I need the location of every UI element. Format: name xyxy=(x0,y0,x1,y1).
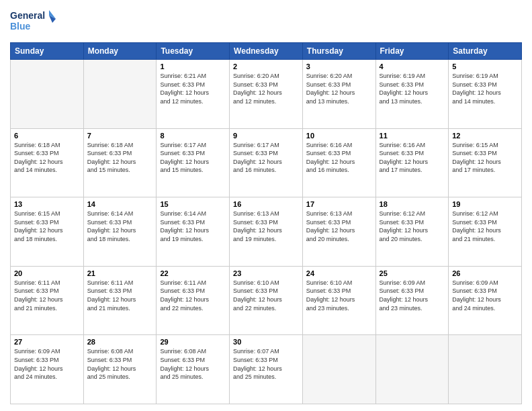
day-info: Sunrise: 6:15 AM Sunset: 6:33 PM Dayligh… xyxy=(452,141,518,175)
day-number: 9 xyxy=(233,132,299,140)
day-number: 5 xyxy=(452,62,518,71)
calendar-cell: 5Sunrise: 6:19 AM Sunset: 6:33 PM Daylig… xyxy=(449,60,522,129)
calendar-cell: 14Sunrise: 6:14 AM Sunset: 6:33 PM Dayli… xyxy=(83,197,157,267)
weekday-header-sunday: Sunday xyxy=(11,43,84,60)
day-number: 27 xyxy=(14,338,80,346)
day-info: Sunrise: 6:11 AM Sunset: 6:33 PM Dayligh… xyxy=(87,279,153,312)
weekday-header-tuesday: Tuesday xyxy=(157,43,230,60)
calendar-cell: 10Sunrise: 6:16 AM Sunset: 6:33 PM Dayli… xyxy=(302,128,375,197)
day-info: Sunrise: 6:11 AM Sunset: 6:33 PM Dayligh… xyxy=(14,279,80,312)
weekday-header-row: SundayMondayTuesdayWednesdayThursdayFrid… xyxy=(11,43,522,60)
calendar-cell xyxy=(11,60,84,129)
weekday-header-monday: Monday xyxy=(83,43,157,60)
calendar-cell: 4Sunrise: 6:19 AM Sunset: 6:33 PM Daylig… xyxy=(375,60,449,129)
day-number: 20 xyxy=(14,269,80,277)
day-info: Sunrise: 6:20 AM Sunset: 6:33 PM Dayligh… xyxy=(306,72,372,105)
day-number: 11 xyxy=(380,132,445,140)
day-number: 21 xyxy=(87,269,153,277)
day-number: 16 xyxy=(233,200,299,208)
day-number: 13 xyxy=(14,200,80,208)
calendar-cell: 30Sunrise: 6:07 AM Sunset: 6:33 PM Dayli… xyxy=(230,335,303,404)
calendar-cell: 26Sunrise: 6:09 AM Sunset: 6:33 PM Dayli… xyxy=(449,266,522,335)
day-number: 12 xyxy=(452,132,518,140)
calendar-cell: 18Sunrise: 6:12 AM Sunset: 6:33 PM Dayli… xyxy=(375,197,449,267)
day-info: Sunrise: 6:18 AM Sunset: 6:33 PM Dayligh… xyxy=(87,141,153,175)
day-number: 4 xyxy=(380,62,445,71)
weekday-header-thursday: Thursday xyxy=(302,43,375,60)
calendar-table: SundayMondayTuesdayWednesdayThursdayFrid… xyxy=(10,42,522,404)
logo: General Blue xyxy=(10,7,57,37)
week-row-3: 13Sunrise: 6:15 AM Sunset: 6:33 PM Dayli… xyxy=(11,197,522,267)
day-number: 19 xyxy=(452,200,518,208)
day-number: 10 xyxy=(306,132,372,140)
day-info: Sunrise: 6:17 AM Sunset: 6:33 PM Dayligh… xyxy=(233,141,299,175)
day-number: 1 xyxy=(160,62,226,71)
day-info: Sunrise: 6:09 AM Sunset: 6:33 PM Dayligh… xyxy=(14,347,80,381)
calendar-cell: 25Sunrise: 6:09 AM Sunset: 6:33 PM Dayli… xyxy=(375,266,449,335)
day-number: 28 xyxy=(87,338,153,346)
day-info: Sunrise: 6:08 AM Sunset: 6:33 PM Dayligh… xyxy=(87,347,153,381)
calendar-cell: 8Sunrise: 6:17 AM Sunset: 6:33 PM Daylig… xyxy=(157,128,230,197)
day-info: Sunrise: 6:16 AM Sunset: 6:33 PM Dayligh… xyxy=(306,141,372,175)
calendar-cell xyxy=(302,335,375,404)
calendar-cell: 1Sunrise: 6:21 AM Sunset: 6:33 PM Daylig… xyxy=(157,60,230,129)
day-info: Sunrise: 6:12 AM Sunset: 6:33 PM Dayligh… xyxy=(380,210,445,243)
day-info: Sunrise: 6:19 AM Sunset: 6:33 PM Dayligh… xyxy=(452,72,518,105)
day-number: 14 xyxy=(87,200,153,208)
calendar-cell: 23Sunrise: 6:10 AM Sunset: 6:33 PM Dayli… xyxy=(230,266,303,335)
day-number: 30 xyxy=(233,338,299,346)
calendar-cell xyxy=(83,60,157,129)
page: General Blue SundayMondayTuesdayWednesda… xyxy=(0,0,532,411)
calendar-cell: 3Sunrise: 6:20 AM Sunset: 6:33 PM Daylig… xyxy=(302,60,375,129)
day-info: Sunrise: 6:08 AM Sunset: 6:33 PM Dayligh… xyxy=(160,347,226,381)
calendar-cell xyxy=(449,335,522,404)
svg-text:General: General xyxy=(10,10,45,21)
day-info: Sunrise: 6:10 AM Sunset: 6:33 PM Dayligh… xyxy=(306,279,372,312)
calendar-cell: 20Sunrise: 6:11 AM Sunset: 6:33 PM Dayli… xyxy=(11,266,84,335)
calendar-cell: 17Sunrise: 6:13 AM Sunset: 6:33 PM Dayli… xyxy=(302,197,375,267)
day-info: Sunrise: 6:10 AM Sunset: 6:33 PM Dayligh… xyxy=(233,279,299,312)
header: General Blue xyxy=(10,7,522,37)
day-number: 17 xyxy=(306,200,372,208)
day-info: Sunrise: 6:09 AM Sunset: 6:33 PM Dayligh… xyxy=(452,279,518,312)
day-number: 22 xyxy=(160,269,226,277)
day-info: Sunrise: 6:07 AM Sunset: 6:33 PM Dayligh… xyxy=(233,347,299,381)
week-row-4: 20Sunrise: 6:11 AM Sunset: 6:33 PM Dayli… xyxy=(11,266,522,335)
calendar-cell: 27Sunrise: 6:09 AM Sunset: 6:33 PM Dayli… xyxy=(11,335,84,404)
calendar-cell: 16Sunrise: 6:13 AM Sunset: 6:33 PM Dayli… xyxy=(230,197,303,267)
weekday-header-saturday: Saturday xyxy=(449,43,522,60)
calendar-cell: 9Sunrise: 6:17 AM Sunset: 6:33 PM Daylig… xyxy=(230,128,303,197)
day-info: Sunrise: 6:15 AM Sunset: 6:33 PM Dayligh… xyxy=(14,210,80,243)
day-info: Sunrise: 6:11 AM Sunset: 6:33 PM Dayligh… xyxy=(160,279,226,312)
day-number: 6 xyxy=(14,132,80,140)
day-number: 26 xyxy=(452,269,518,277)
day-number: 23 xyxy=(233,269,299,277)
day-number: 18 xyxy=(380,200,445,208)
svg-text:Blue: Blue xyxy=(10,21,31,32)
day-number: 15 xyxy=(160,200,226,208)
day-info: Sunrise: 6:18 AM Sunset: 6:33 PM Dayligh… xyxy=(14,141,80,175)
day-info: Sunrise: 6:17 AM Sunset: 6:33 PM Dayligh… xyxy=(160,141,226,175)
day-info: Sunrise: 6:20 AM Sunset: 6:33 PM Dayligh… xyxy=(233,72,299,105)
calendar-cell: 21Sunrise: 6:11 AM Sunset: 6:33 PM Dayli… xyxy=(83,266,157,335)
weekday-header-wednesday: Wednesday xyxy=(230,43,303,60)
calendar-cell: 29Sunrise: 6:08 AM Sunset: 6:33 PM Dayli… xyxy=(157,335,230,404)
day-info: Sunrise: 6:13 AM Sunset: 6:33 PM Dayligh… xyxy=(233,210,299,243)
calendar-cell: 15Sunrise: 6:14 AM Sunset: 6:33 PM Dayli… xyxy=(157,197,230,267)
calendar-cell: 6Sunrise: 6:18 AM Sunset: 6:33 PM Daylig… xyxy=(11,128,84,197)
calendar-cell: 24Sunrise: 6:10 AM Sunset: 6:33 PM Dayli… xyxy=(302,266,375,335)
calendar-cell: 19Sunrise: 6:12 AM Sunset: 6:33 PM Dayli… xyxy=(449,197,522,267)
calendar-cell: 28Sunrise: 6:08 AM Sunset: 6:33 PM Dayli… xyxy=(83,335,157,404)
day-number: 3 xyxy=(306,62,372,71)
calendar-cell: 22Sunrise: 6:11 AM Sunset: 6:33 PM Dayli… xyxy=(157,266,230,335)
calendar-cell: 2Sunrise: 6:20 AM Sunset: 6:33 PM Daylig… xyxy=(230,60,303,129)
day-number: 25 xyxy=(380,269,445,277)
calendar-cell: 12Sunrise: 6:15 AM Sunset: 6:33 PM Dayli… xyxy=(449,128,522,197)
day-number: 7 xyxy=(87,132,153,140)
day-info: Sunrise: 6:14 AM Sunset: 6:33 PM Dayligh… xyxy=(160,210,226,243)
day-number: 8 xyxy=(160,132,226,140)
day-number: 29 xyxy=(160,338,226,346)
day-info: Sunrise: 6:16 AM Sunset: 6:33 PM Dayligh… xyxy=(380,141,445,175)
day-info: Sunrise: 6:09 AM Sunset: 6:33 PM Dayligh… xyxy=(380,279,445,312)
week-row-5: 27Sunrise: 6:09 AM Sunset: 6:33 PM Dayli… xyxy=(11,335,522,404)
